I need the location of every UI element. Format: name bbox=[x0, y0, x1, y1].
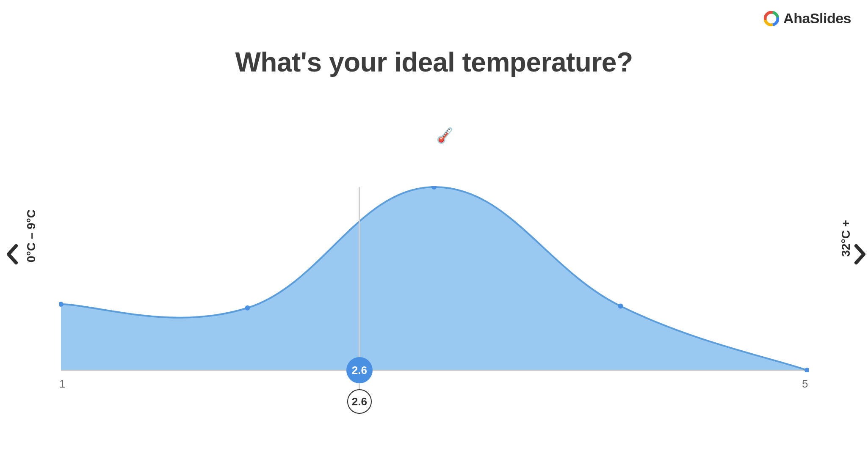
brand-logo: AhaSlides bbox=[764, 10, 851, 27]
mean-indicator-line bbox=[359, 187, 360, 370]
slide-page: AhaSlides What's your ideal temperature?… bbox=[0, 0, 868, 451]
x-axis-max-label: 5 bbox=[802, 377, 808, 390]
x-axis-min-label: 1 bbox=[59, 377, 65, 390]
svg-point-5 bbox=[804, 368, 809, 372]
next-slide-button[interactable] bbox=[853, 243, 867, 269]
mean-badge-outline: 2.6 bbox=[347, 389, 372, 414]
prev-slide-button[interactable] bbox=[5, 243, 19, 269]
axis-right-end-label: 32°C + bbox=[839, 220, 853, 257]
density-chart bbox=[59, 186, 809, 372]
axis-left-end-label: 0°C – 9°C bbox=[25, 209, 38, 262]
chart-svg bbox=[59, 186, 809, 372]
chevron-right-icon bbox=[853, 243, 867, 265]
mean-badge-filled: 2.6 bbox=[346, 357, 373, 383]
mean-badge-filled-value: 2.6 bbox=[352, 364, 367, 377]
svg-point-2 bbox=[245, 305, 250, 311]
svg-point-4 bbox=[618, 303, 623, 308]
mean-tick bbox=[359, 383, 360, 389]
thermometer-icon: 🌡️ bbox=[430, 120, 460, 150]
mean-badge-outline-value: 2.6 bbox=[352, 395, 367, 408]
brand-icon bbox=[764, 11, 779, 26]
brand-name: AhaSlides bbox=[783, 10, 851, 27]
chevron-left-icon bbox=[5, 243, 19, 265]
slide-title: What's your ideal temperature? bbox=[0, 47, 868, 78]
